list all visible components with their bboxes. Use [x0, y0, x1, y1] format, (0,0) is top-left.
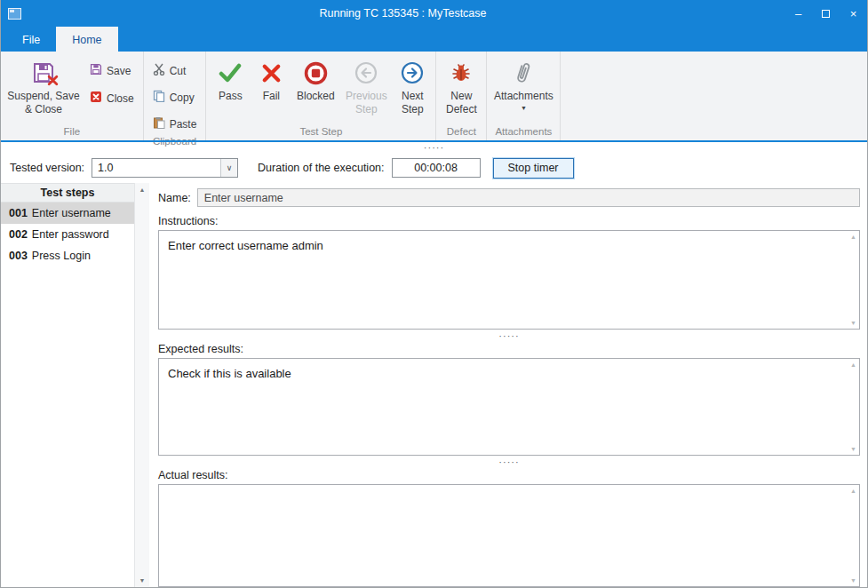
step-label: Enter password: [32, 228, 109, 241]
fail-label: Fail: [263, 90, 280, 103]
blocked-button[interactable]: Blocked: [291, 53, 340, 124]
scroll-up-icon[interactable]: ▲: [850, 488, 856, 494]
cut-icon: [153, 63, 165, 78]
blocked-icon: [304, 59, 328, 87]
step-detail-pane: Name: Instructions: Enter correct userna…: [149, 183, 867, 587]
main-content: Test steps 001 Enter username 002 Enter …: [1, 183, 867, 587]
close-button[interactable]: ×: [840, 0, 867, 27]
expected-results-textarea[interactable]: Check if this is available: [159, 359, 859, 455]
window-title: Running TC 135345 : MyTestcase: [21, 7, 784, 20]
maximize-icon: [822, 10, 830, 18]
test-step-row[interactable]: 001 Enter username: [1, 203, 134, 224]
expected-results-label: Expected results:: [158, 343, 860, 355]
scroll-up-icon[interactable]: ▲: [850, 234, 856, 240]
next-step-label: Next Step: [395, 90, 429, 116]
fail-button[interactable]: Fail: [251, 53, 291, 124]
close-icon: [90, 91, 102, 106]
attachments-dropdown-icon[interactable]: ▼: [521, 105, 527, 111]
scroll-up-icon[interactable]: ▲: [850, 362, 856, 368]
fail-icon: [260, 59, 283, 87]
scroll-down-icon[interactable]: ▼: [850, 446, 856, 452]
suspend-save-close-label: Suspend, Save & Close: [7, 90, 80, 116]
tested-version-label: Tested version:: [10, 162, 84, 174]
step-label: Press Login: [32, 250, 91, 262]
cut-button[interactable]: Cut: [147, 60, 203, 81]
step-label: Enter username: [32, 207, 111, 219]
test-step-row[interactable]: 003 Press Login: [1, 245, 134, 266]
paste-button[interactable]: Paste: [147, 114, 203, 134]
previous-step-button: Previous Step: [340, 53, 392, 124]
splitter-grip-dots: ·····: [498, 459, 519, 465]
step-number: 001: [9, 207, 28, 219]
previous-step-label: Previous Step: [344, 90, 388, 116]
previous-step-icon: [354, 59, 378, 87]
minimize-button[interactable]: –: [784, 0, 812, 27]
scroll-down-icon[interactable]: ▼: [850, 320, 856, 326]
actual-results-label: Actual results:: [158, 469, 860, 481]
scroll-up-icon[interactable]: ▲: [135, 187, 149, 193]
app-window: Running TC 135345 : MyTestcase – × File …: [0, 0, 868, 588]
save-icon: [90, 63, 102, 78]
steps-scrollbar[interactable]: ▲ ▼: [134, 183, 149, 587]
splitter-grip-dots: ·····: [424, 145, 444, 150]
cut-label: Cut: [170, 65, 187, 77]
name-input[interactable]: [197, 188, 860, 207]
bug-icon: [450, 59, 473, 87]
suspend-save-close-icon: [32, 59, 55, 87]
paste-label: Paste: [170, 118, 197, 131]
tested-version-combobox[interactable]: 1.0 ∨: [92, 158, 238, 178]
splitter-grip-dots: ·····: [498, 333, 519, 338]
next-step-button[interactable]: Next Step: [392, 53, 433, 124]
maximize-button[interactable]: [812, 0, 840, 27]
window-controls: – ×: [784, 0, 867, 27]
pass-label: Pass: [219, 90, 243, 103]
ribbon-tabstrip: File Home: [1, 27, 867, 52]
instructions-textarea[interactable]: Enter correct username admin: [159, 231, 859, 329]
defect-group-label: Defect: [436, 124, 486, 140]
scroll-down-icon[interactable]: ▼: [135, 577, 149, 584]
expected-results-splitter[interactable]: ·····: [158, 456, 860, 467]
stop-timer-button[interactable]: Stop timer: [493, 158, 574, 179]
ribbon-group-attachments: Attachments ▼ Attachments: [487, 52, 561, 140]
titlebar: Running TC 135345 : MyTestcase – ×: [1, 0, 867, 27]
pass-button[interactable]: Pass: [209, 53, 251, 124]
ribbon: Suspend, Save & Close Save Close File: [1, 52, 867, 140]
blocked-label: Blocked: [297, 90, 335, 103]
tab-home[interactable]: Home: [56, 27, 117, 52]
attachments-button[interactable]: Attachments ▼: [490, 53, 557, 124]
suspend-save-close-button[interactable]: Suspend, Save & Close: [4, 53, 84, 124]
ribbon-group-defect: New Defect Defect: [436, 52, 487, 140]
red-x-overlay-icon: [47, 75, 59, 89]
step-number: 002: [9, 228, 28, 241]
new-defect-button[interactable]: New Defect: [439, 53, 483, 124]
new-defect-label: New Defect: [442, 90, 480, 116]
scroll-down-icon[interactable]: ▼: [850, 577, 856, 584]
paperclip-icon: [514, 59, 533, 87]
tab-file[interactable]: File: [6, 27, 56, 52]
test-steps-header: Test steps: [1, 183, 134, 203]
ribbon-filler: [561, 52, 867, 140]
instructions-box: Enter correct username admin ▲ ▼: [158, 230, 860, 330]
instructions-label: Instructions:: [158, 215, 860, 227]
actual-results-textarea[interactable]: [159, 485, 859, 586]
ribbon-group-file: Suspend, Save & Close Save Close File: [1, 52, 144, 140]
expected-results-box: Check if this is available ▲ ▼: [158, 358, 860, 456]
test-step-row[interactable]: 002 Enter password: [1, 224, 134, 245]
attachments-group-label: Attachments: [487, 124, 560, 140]
execution-toolbar: Tested version: 1.0 ∨ Duration of the ex…: [1, 153, 867, 183]
ribbon-group-clipboard: Cut Copy Paste Clipboard: [144, 52, 207, 140]
close-label: Close: [107, 92, 134, 105]
next-step-icon: [401, 59, 424, 87]
copy-button[interactable]: Copy: [147, 87, 203, 107]
actual-results-box: ▲ ▼: [158, 484, 860, 587]
combo-dropdown-icon[interactable]: ∨: [220, 159, 237, 177]
app-icon: [8, 8, 21, 20]
step-number: 003: [9, 250, 28, 262]
top-splitter[interactable]: ·····: [1, 142, 867, 153]
instructions-splitter[interactable]: ·····: [158, 330, 860, 341]
save-label: Save: [107, 65, 131, 77]
ribbon-group-test-step: Pass Fail Blocked Previous Step Next Ste…: [206, 52, 436, 140]
save-button[interactable]: Save: [84, 60, 140, 81]
duration-input[interactable]: [392, 158, 481, 178]
close-ribbon-button[interactable]: Close: [84, 88, 140, 108]
